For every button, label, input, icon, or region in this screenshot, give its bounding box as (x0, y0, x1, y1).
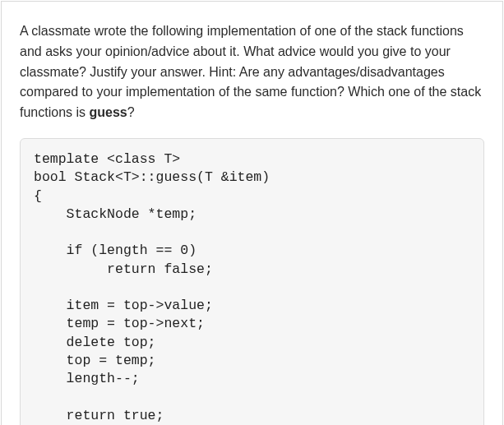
question-text-part2: ? (127, 105, 135, 119)
code-block: template <class T> bool Stack<T>::guess(… (20, 138, 484, 425)
question-text-bold: guess (89, 105, 127, 119)
question-prompt: A classmate wrote the following implemen… (20, 21, 484, 123)
question-card: A classmate wrote the following implemen… (1, 1, 503, 425)
